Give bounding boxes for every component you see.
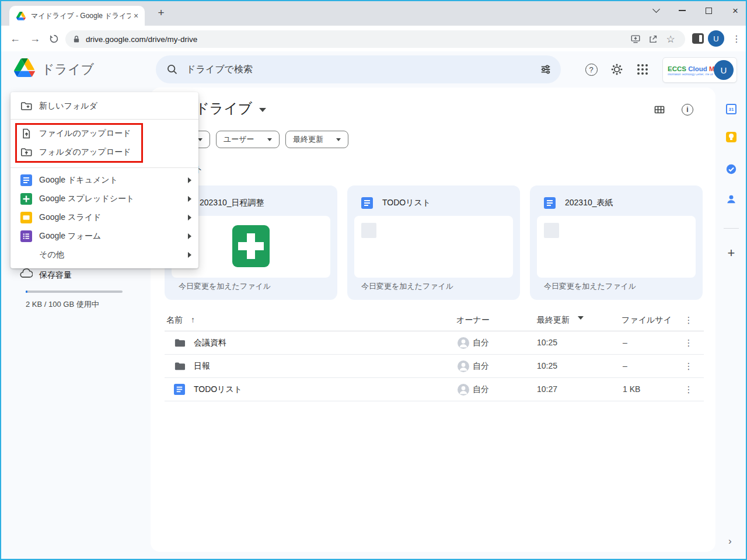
submenu-arrow-icon (188, 177, 191, 183)
menu-item-google-sheets[interactable]: Google スプレッドシート (11, 190, 198, 208)
info-icon[interactable]: i (680, 103, 694, 117)
new-dropdown-menu: 新しいフォルダ ファイルのアップロード フォルダのアップロード Google ド… (11, 92, 198, 268)
filter-chip-modified[interactable]: 最終更新 (285, 131, 348, 148)
maximize-button[interactable] (699, 1, 718, 20)
header-more-icon[interactable]: ⋮ (684, 315, 693, 326)
search-bar[interactable]: ドライブで検索 (156, 55, 561, 83)
menu-item-google-forms[interactable]: Google フォーム (11, 227, 198, 246)
bookmark-star-icon[interactable]: ☆ (662, 33, 679, 46)
help-icon[interactable]: ? (584, 62, 599, 77)
tab-search-icon[interactable] (646, 1, 666, 20)
table-row[interactable]: 日報 自分 10:25 – ⋮ (165, 355, 704, 378)
menu-item-google-docs[interactable]: Google ドキュメント (11, 171, 198, 190)
menu-item-more[interactable]: その他 (11, 246, 198, 264)
tab-bar: マイドライブ - Google ドライブ × + × (1, 1, 746, 26)
suggested-card[interactable]: 202310_表紙 今日変更を加えたファイル (530, 186, 703, 300)
file-owner: 自分 (473, 384, 489, 395)
account-logo-subtext: Information Technology Center, The Unive… (668, 74, 713, 76)
apps-grid-icon[interactable] (635, 62, 650, 77)
card-footer: 今日変更を加えたファイル (361, 281, 453, 292)
grid-view-icon[interactable] (652, 103, 666, 117)
folder-icon (174, 337, 185, 350)
submenu-arrow-icon (188, 233, 191, 239)
minimize-button[interactable] (672, 1, 692, 20)
file-size: – (623, 361, 627, 370)
card-footer: 今日変更を加えたファイル (179, 281, 271, 292)
owner-avatar (458, 360, 469, 374)
new-tab-button[interactable]: + (153, 5, 169, 20)
back-button[interactable]: ← (6, 26, 25, 51)
menu-item-google-slides[interactable]: Google スライド (11, 208, 198, 227)
tab-close-icon[interactable]: × (131, 11, 141, 20)
url-bar[interactable]: drive.google.com/drive/my-drive ☆ (65, 30, 685, 48)
file-size: – (623, 338, 627, 347)
doc-thumbnail (361, 223, 376, 238)
get-addons-icon[interactable]: + (724, 246, 738, 260)
row-more-icon[interactable]: ⋮ (684, 361, 693, 372)
file-owner: 自分 (473, 361, 489, 372)
filter-chip-user[interactable]: ユーザー (216, 131, 280, 148)
drive-logo[interactable] (14, 58, 35, 79)
browser-profile-avatar[interactable]: U (708, 30, 724, 47)
file-name: TODOリスト (194, 384, 242, 395)
file-size: 1 KB (623, 384, 640, 394)
card-footer: 今日変更を加えたファイル (544, 281, 636, 292)
keep-icon[interactable] (726, 132, 736, 142)
forward-button[interactable]: → (26, 26, 44, 51)
card-title: 202310_日程調整 (200, 198, 264, 208)
forms-icon (20, 230, 32, 242)
url-text: drive.google.com/drive/my-drive (86, 35, 627, 44)
storage-progress-used (26, 290, 27, 293)
table-row[interactable]: 会議資料 自分 10:25 – ⋮ (165, 331, 704, 355)
file-modified: 10:25 (537, 361, 557, 370)
browser-menu-icon[interactable]: ⋮ (727, 26, 746, 51)
menu-divider (11, 119, 198, 120)
row-more-icon[interactable]: ⋮ (684, 384, 693, 395)
chevron-down-icon (267, 138, 272, 141)
account-avatar[interactable]: U (714, 60, 734, 80)
menu-item-file-upload[interactable]: ファイルのアップロード (11, 124, 198, 143)
file-name: 日報 (194, 361, 210, 372)
account-badge[interactable]: ECCS Cloud Mail Information Technology C… (662, 57, 737, 83)
sheets-icon (20, 193, 32, 205)
tasks-icon[interactable] (726, 164, 736, 174)
contacts-icon[interactable] (726, 194, 736, 204)
account-logo: ECCS Cloud Mail Information Technology C… (668, 64, 713, 76)
install-icon[interactable] (627, 34, 644, 44)
hide-panel-chevron-icon[interactable]: › (728, 536, 732, 547)
table-header-owner: オーナー (456, 315, 490, 326)
browser-tab[interactable]: マイドライブ - Google ドライブ × (9, 6, 145, 26)
menu-divider (11, 167, 198, 168)
search-icon[interactable] (166, 64, 178, 75)
side-panel-icon[interactable] (692, 33, 704, 44)
sidebar-item-storage[interactable]: 保存容量 (39, 270, 72, 281)
table-header-name[interactable]: 名前 (166, 315, 183, 326)
new-folder-icon (20, 100, 32, 112)
row-more-icon[interactable]: ⋮ (684, 338, 693, 348)
storage-usage-text: 2 KB / 100 GB 使用中 (26, 299, 99, 310)
folder-icon (174, 360, 185, 373)
sort-ascending-icon[interactable]: ↑ (191, 315, 195, 324)
close-button[interactable]: × (725, 1, 745, 20)
suggested-card[interactable]: TODOリスト 今日変更を加えたファイル (347, 186, 520, 300)
table-row[interactable]: TODOリスト 自分 10:27 1 KB ⋮ (165, 378, 704, 401)
calendar-icon[interactable]: 31 (726, 104, 736, 114)
table-header-modified[interactable]: 最終更新 (537, 315, 570, 326)
rail-divider (724, 228, 739, 229)
submenu-arrow-icon (188, 215, 191, 220)
doc-thumbnail (544, 223, 559, 238)
submenu-arrow-icon (188, 252, 191, 258)
search-options-icon[interactable] (540, 64, 551, 75)
menu-item-folder-upload[interactable]: フォルダのアップロード (11, 143, 198, 162)
file-upload-icon (20, 128, 32, 139)
reload-button[interactable] (44, 26, 63, 51)
menu-item-new-folder[interactable]: 新しいフォルダ (11, 96, 198, 117)
settings-gear-icon[interactable] (609, 62, 624, 77)
chevron-down-icon (198, 138, 203, 141)
sort-caret-icon (578, 316, 584, 320)
share-icon[interactable] (644, 34, 662, 44)
owner-avatar (458, 384, 469, 397)
owner-avatar (458, 337, 469, 351)
table-header: 名前 ↑ オーナー 最終更新 ファイルサイ ⋮ (165, 310, 704, 331)
file-name: 会議資料 (194, 338, 226, 348)
